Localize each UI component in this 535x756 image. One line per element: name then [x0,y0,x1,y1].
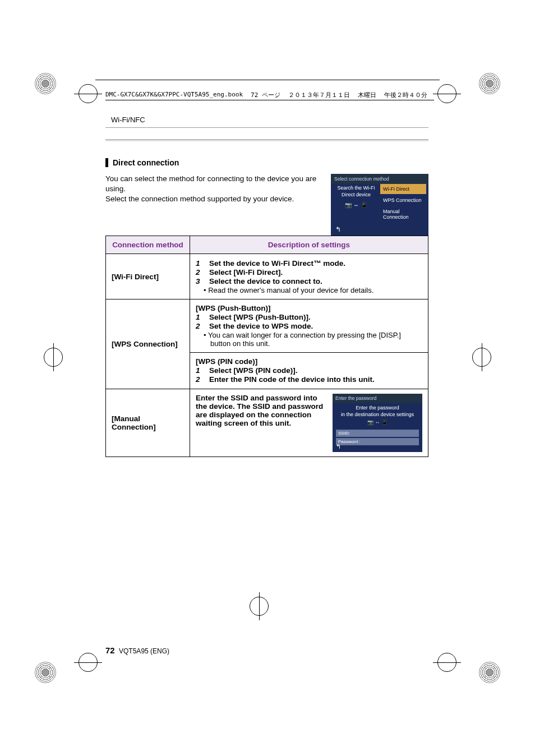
table-header-description: Description of settings [190,236,428,254]
subheading-bar-icon [105,158,108,167]
table-row-label: [WPS Connection] [106,299,190,389]
crop-mark-icon [479,73,500,94]
screenshot-title: Select connection method [331,174,428,184]
subgroup-head: [WPS (PIN code)] [196,357,422,366]
book-header-line: DMC-GX7C&GX7K&GX7PPC-VQT5A95_eng.book 72… [105,91,434,100]
doc-code: VQT5A95 (ENG) [119,647,169,655]
screenshot-option-active: Wi-Fi Direct [380,184,426,194]
ssid-field: SSID: [336,430,419,437]
table-row-desc: [WPS (PIN code)] 1Select [WPS (PIN code)… [190,353,428,389]
table-row-label: [Wi-Fi Direct] [106,254,190,299]
screenshot-option: WPS Connection [380,195,426,205]
screenshot-text: Enter the password in the destination de… [333,403,422,428]
table-row-desc: [WPS (Push-Button)] 1Select [WPS (Push-B… [190,299,428,353]
crop-arrow-icon [79,84,98,103]
subheading: Direct connection [105,158,428,167]
table-header-method: Connection method [106,236,190,254]
book-file: DMC-GX7C&GX7K&GX7PPC-VQT5A95_eng.book [105,91,243,99]
step-number: 3 [196,277,204,285]
crop-arrow-icon [472,348,491,367]
subheading-text: Direct connection [113,158,179,167]
step-number: 1 [196,259,204,268]
screenshot-option: Manual Connection [380,206,426,222]
back-icon: ↰ [335,225,341,233]
table-row-desc: 1Set the device to Wi-Fi Direct™ mode. 2… [190,254,428,299]
table-row-desc: Enter the password Enter the password in… [190,389,428,457]
screenshot-left-text: Search the Wi-Fi [334,185,378,192]
screenshot-left-text: Direct device [334,192,378,199]
crop-arrow-icon [44,348,63,367]
screenshot-line: Enter the password [336,405,419,412]
page-footer: 72 VQT5A95 (ENG) [105,646,169,655]
screenshot-left-column: Search the Wi-Fi Direct device 📷 ↔ 📱 [334,185,378,209]
step-number: 1 [196,313,204,321]
crop-arrow-icon [437,653,456,672]
step-text: Enter the PIN code of the device into th… [209,375,422,384]
screenshot-enter-password: Enter the password Enter the password in… [333,394,422,452]
table-row-label: [Manual Connection] [106,389,190,457]
step-text: Set the device to WPS mode. [209,322,422,330]
crop-arrow-icon [79,653,98,672]
camera-to-phone-icon: 📷 ↔ 📱 [334,201,378,209]
step-text: Select [Wi-Fi Direct]. [209,268,422,276]
section-header: Wi-Fi/NFC [105,112,428,128]
step-text: Select the device to connect to. [209,277,422,285]
settings-table: Connection method Description of setting… [105,236,428,457]
screenshot-connection-method: Select connection method Search the Wi-F… [331,174,428,236]
camera-to-phone-icon: 📷 ↔ 📱 [336,420,419,426]
step-text: Select [WPS (PIN code)]. [209,366,422,375]
note-bullet: Read the owner's manual of your device f… [196,286,422,294]
password-field: Password : [336,438,419,445]
crop-mark-icon [479,662,500,683]
screenshot-title: Enter the password [333,394,422,403]
crop-mark-icon [35,662,56,683]
screenshot-right-column: Wi-Fi Direct WPS Connection Manual Conne… [380,184,426,223]
subgroup-head: [WPS (Push-Button)] [196,304,422,312]
step-number: 2 [196,268,204,276]
back-icon: ↰ [336,443,341,450]
crop-arrow-icon [437,84,456,103]
section-rule [105,139,428,141]
book-day: 木曜日 [358,91,376,99]
book-page: 72 ページ [251,91,280,99]
crop-mark-icon [35,73,56,94]
section-header-text: Wi-Fi/NFC [111,116,145,124]
step-text: Set the device to Wi-Fi Direct™ mode. [209,259,422,268]
page-number: 72 [105,646,115,655]
step-text: Select [WPS (Push-Button)]. [209,313,422,321]
screenshot-line: in the destination device settings [336,412,419,418]
step-number: 2 [196,322,204,330]
page-content: Wi-Fi/NFC Direct connection Select conne… [105,112,428,457]
step-number: 2 [196,375,204,384]
note-bullet: You can wait longer for a connection by … [196,331,422,348]
step-number: 1 [196,366,204,375]
book-time: 午後２時４０分 [384,91,427,99]
book-date: ２０１３年７月１１日 [288,91,350,99]
